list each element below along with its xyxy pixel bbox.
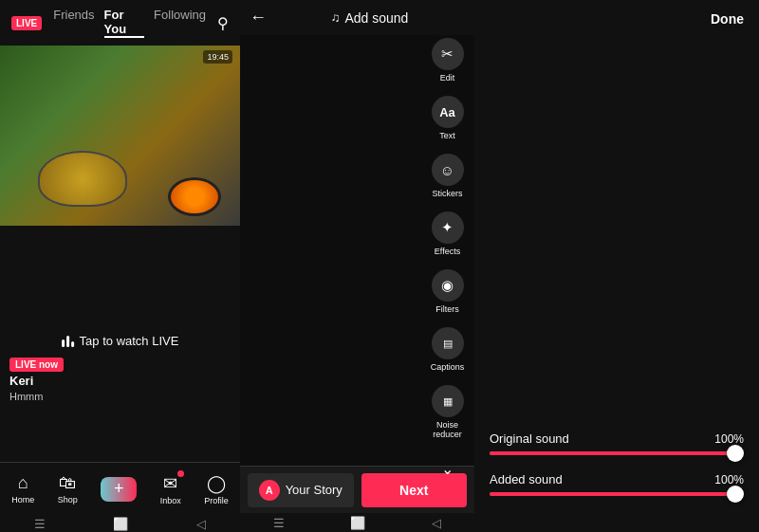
your-story-label: Your Story: [286, 483, 342, 497]
captions-icon: ▤: [432, 327, 464, 359]
filters-icon: ◉: [432, 269, 464, 302]
edit-label: Edit: [440, 73, 455, 83]
user-sub: Hmmm: [9, 391, 43, 402]
added-sound-percent: 100%: [714, 473, 744, 486]
original-sound-row: Original sound 100%: [490, 431, 744, 455]
system-bar-mid: ☰ ⬜ ◁: [240, 513, 474, 532]
nav-shop[interactable]: 🛍 Shop: [58, 473, 78, 504]
nav-plus[interactable]: +: [101, 477, 137, 502]
original-sound-thumb[interactable]: [727, 445, 744, 462]
left-panel: LIVE Friends For You Following ⚲ 19:45 T…: [0, 0, 240, 532]
mid-panel: ← ♫ Add sound ✂ Edit Aa Text ☺ Stickers …: [240, 0, 474, 532]
tool-captions[interactable]: ▤ Captions: [431, 327, 465, 372]
music-icon: ♫: [331, 10, 341, 25]
nav-links: Friends For You Following: [53, 8, 206, 38]
nav-home[interactable]: ⌂ Home: [11, 473, 34, 504]
home-icon: ⌂: [18, 473, 28, 493]
original-sound-label: Original sound: [490, 431, 569, 446]
original-sound-header: Original sound 100%: [490, 431, 744, 446]
add-sound-label: ♫ Add sound: [274, 10, 465, 26]
captions-label: Captions: [431, 362, 465, 372]
tool-text[interactable]: Aa Text: [432, 96, 464, 140]
tool-noise-reducer[interactable]: ▦ Noise reducer: [426, 385, 469, 439]
nav-for-you[interactable]: For You: [104, 8, 144, 38]
added-sound-slider[interactable]: [490, 492, 744, 496]
user-name: Keri: [9, 374, 33, 388]
sound-section: Original sound 100% Added sound 100%: [474, 420, 759, 532]
added-sound-header: Added sound 100%: [490, 472, 744, 486]
nav-profile[interactable]: ◯ Profile: [204, 473, 229, 505]
system-bar-left: ☰ ⬜ ◁: [0, 515, 240, 532]
effects-label: Effects: [435, 247, 460, 256]
square-icon-mid: ⬜: [350, 516, 365, 530]
square-icon: ⬜: [113, 517, 128, 531]
added-sound-fill: [490, 492, 731, 496]
text-label: Text: [439, 131, 455, 140]
effects-icon: ✦: [432, 211, 464, 244]
mid-header: ← ♫ Add sound: [240, 0, 474, 35]
tool-effects[interactable]: ✦ Effects: [432, 211, 464, 256]
video-thumbnail: 19:45: [0, 46, 240, 226]
noise-reducer-label: Noise reducer: [426, 420, 469, 439]
bottom-nav: ⌂ Home 🛍 Shop + ✉ Inbox ◯ Profile: [0, 462, 240, 515]
original-sound-slider[interactable]: [490, 451, 744, 455]
mid-content-area: ✂ Edit Aa Text ☺ Stickers ✦ Effects ◉ Fi…: [240, 35, 474, 466]
menu-icon-mid: ☰: [273, 516, 285, 530]
text-icon: Aa: [432, 96, 464, 128]
shop-label: Shop: [58, 495, 78, 504]
back-icon-mid: ◁: [432, 516, 441, 530]
added-sound-label: Added sound: [490, 472, 563, 486]
home-label: Home: [11, 495, 34, 504]
original-sound-percent: 100%: [714, 432, 744, 446]
chevron-down-icon[interactable]: ⌄: [441, 460, 454, 478]
back-icon: ◁: [196, 517, 206, 531]
right-panel: Done Original sound 100% Added sound 100…: [474, 0, 759, 532]
back-button[interactable]: ←: [250, 8, 267, 28]
tap-live-label[interactable]: Tap to watch LIVE: [62, 334, 179, 348]
inbox-icon: ✉: [163, 473, 177, 494]
nav-following[interactable]: Following: [154, 8, 206, 38]
nav-friends[interactable]: Friends: [53, 8, 94, 38]
next-label: Next: [399, 483, 428, 498]
filters-label: Filters: [435, 304, 459, 314]
added-sound-row: Added sound 100%: [490, 472, 744, 496]
inbox-label: Inbox: [160, 496, 181, 505]
tool-filters[interactable]: ◉ Filters: [432, 269, 464, 314]
live-badge: LIVE: [11, 16, 42, 30]
inbox-notification-dot: [177, 470, 184, 477]
top-nav: LIVE Friends For You Following ⚲: [0, 0, 240, 46]
done-button[interactable]: Done: [711, 11, 744, 27]
right-header: Done: [474, 0, 759, 38]
profile-label: Profile: [204, 496, 229, 505]
live-now-badge: LIVE now: [9, 358, 64, 372]
video-time: 19:45: [203, 50, 232, 64]
plus-button[interactable]: +: [101, 477, 137, 502]
menu-icon: ☰: [34, 517, 46, 531]
stickers-icon: ☺: [432, 154, 464, 186]
shop-icon: 🛍: [59, 473, 76, 493]
plus-icon: +: [114, 479, 124, 499]
nav-inbox[interactable]: ✉ Inbox: [160, 473, 181, 505]
added-sound-thumb[interactable]: [727, 486, 744, 503]
tool-edit[interactable]: ✂ Edit: [432, 38, 464, 83]
search-icon[interactable]: ⚲: [217, 14, 229, 32]
add-sound-text: Add sound: [344, 10, 408, 26]
video-area: 19:45 Tap to watch LIVE LIVE now Keri Hm…: [0, 46, 240, 462]
story-avatar: A: [259, 480, 280, 501]
tool-stickers[interactable]: ☺ Stickers: [432, 154, 464, 198]
right-tools: ✂ Edit Aa Text ☺ Stickers ✦ Effects ◉ Fi…: [426, 38, 469, 478]
edit-icon: ✂: [432, 38, 464, 70]
profile-icon: ◯: [207, 473, 226, 494]
noise-reducer-icon: ▦: [432, 385, 464, 417]
stickers-label: Stickers: [432, 189, 462, 198]
your-story-button[interactable]: A Your Story: [248, 473, 354, 507]
right-spacer: [474, 38, 759, 420]
live-bars-icon: [62, 336, 74, 347]
original-sound-fill: [490, 451, 731, 455]
